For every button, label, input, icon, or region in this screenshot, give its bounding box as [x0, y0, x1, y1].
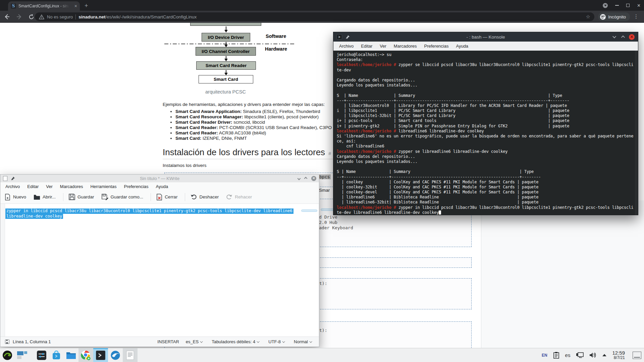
- dolphin-launcher[interactable]: [64, 348, 78, 362]
- tab-width-dropdown[interactable]: Tabuladores débiles: 4: [210, 339, 262, 344]
- terminal-output[interactable]: jericho@localhost:~> suContraseña:localh…: [333, 51, 638, 215]
- tab-search-icon[interactable]: [603, 3, 608, 8]
- diagram-sw-hw-divider: [164, 44, 296, 44]
- browser-menu-icon[interactable]: ⋮: [634, 13, 639, 19]
- browser-tab[interactable]: S SmartCardConfigLinux - sinad ×: [8, 1, 80, 11]
- not-secure-warning-icon: [39, 14, 44, 19]
- chevron-down-icon: [200, 340, 203, 343]
- undo-button[interactable]: Deshacer: [191, 194, 219, 200]
- kwrite-scrollbar-thumb[interactable]: [301, 209, 317, 212]
- encoding-dropdown[interactable]: UTF-8: [266, 339, 287, 344]
- task-kwrite[interactable]: [123, 348, 138, 362]
- save-as-button[interactable]: Guardar como...: [102, 194, 144, 200]
- menu-item[interactable]: Preferencias: [420, 44, 452, 49]
- highlight-mode-dropdown[interactable]: Normal: [292, 339, 314, 344]
- bookmark-star-icon[interactable]: ☆: [586, 14, 590, 20]
- display-network-icon[interactable]: [576, 352, 584, 359]
- keyboard-layout-indicator[interactable]: EN: [542, 353, 547, 358]
- menu-item[interactable]: Editar: [23, 184, 42, 189]
- menu-item[interactable]: Ayuda: [452, 44, 472, 49]
- discover-launcher[interactable]: [49, 348, 64, 362]
- kwrite-titlebar[interactable]: Sin título * — KWrite ✕: [0, 175, 319, 182]
- menu-item[interactable]: Ver: [376, 44, 390, 49]
- diagram-arrow: [226, 26, 226, 30]
- browser-minimize-button[interactable]: [615, 5, 619, 6]
- selected-text-line: zypper in libccid pcscd libacr38u libacr…: [5, 208, 293, 214]
- virtual-desktop-pager[interactable]: [15, 348, 30, 362]
- folder-icon: [66, 351, 76, 359]
- konsole-app-icon: >: [336, 34, 342, 40]
- taskbar-panel: EN es 12:59 8/7/21: [0, 348, 644, 362]
- list-item: Smart Card Reader: PCT-COMBI (SCR331 USB…: [175, 125, 357, 130]
- terminal-line: [337, 164, 638, 169]
- redo-button[interactable]: Rehacer: [226, 194, 252, 200]
- security-label: No es seguro: [47, 14, 73, 19]
- new-tab-button[interactable]: +: [85, 3, 88, 9]
- menu-item[interactable]: Ayuda: [152, 184, 172, 189]
- menu-item[interactable]: Herramientas: [87, 184, 120, 189]
- menu-item[interactable]: Archivo: [2, 184, 23, 189]
- kwrite-icon-border: [1, 204, 5, 337]
- menu-item[interactable]: Ver: [42, 184, 56, 189]
- code-fragment: t):: [319, 281, 327, 286]
- new-button[interactable]: Nuevo: [4, 194, 26, 200]
- digital-clock[interactable]: 12:59 8/7/21: [612, 351, 625, 360]
- chrome-icon: [81, 350, 91, 360]
- menu-item[interactable]: Marcadores: [56, 184, 87, 189]
- konsole-maximize-button[interactable]: [621, 36, 625, 39]
- opensuse-logo-icon: [2, 350, 12, 360]
- desktop: S SmartCardConfigLinux - sinad × + ✕: [0, 0, 644, 362]
- menu-item[interactable]: Editar: [357, 44, 376, 49]
- kwrite-toolbar: Nuevo Abrir... Guardar: [0, 190, 319, 204]
- save-as-icon: [102, 194, 108, 200]
- task-konsole[interactable]: [93, 348, 108, 362]
- thunderbird-icon: [110, 350, 120, 360]
- open-button[interactable]: Abrir...: [34, 194, 56, 200]
- terminal-line: i+ | pcsc-tools | Smart card tools | paq…: [337, 118, 638, 123]
- volume-icon[interactable]: [589, 352, 597, 358]
- menu-item[interactable]: Preferencias: [120, 184, 152, 189]
- terminal-line: ce, así:: [337, 139, 638, 144]
- menu-item[interactable]: Archivo: [335, 44, 357, 49]
- terminal-scrollbar[interactable]: [635, 51, 638, 215]
- browser-close-button[interactable]: ✕: [637, 3, 641, 8]
- application-launcher-button[interactable]: [0, 348, 15, 362]
- open-folder-icon: [34, 194, 40, 200]
- kwrite-maximize-button[interactable]: [304, 177, 308, 180]
- insert-mode-label[interactable]: INSERTAR: [157, 339, 179, 344]
- browser-restore-button[interactable]: [626, 4, 630, 7]
- kwrite-close-button[interactable]: ✕: [311, 176, 316, 181]
- kwrite-app-icon: [3, 176, 7, 181]
- intro-paragraph: Ejemplos de herramientas, aplicaciones y…: [163, 102, 325, 107]
- konsole-titlebar[interactable]: > - : bash — Konsole ✕: [333, 32, 638, 42]
- tab-title: SmartCardConfigLinux - sinad: [18, 4, 69, 8]
- diagram-box-smart-card-reader: Smart Card Reader: [196, 61, 256, 70]
- settings-launcher[interactable]: [34, 348, 49, 362]
- dictionary-dropdown[interactable]: es_ES: [184, 339, 205, 344]
- code-fragment: 2.0 Hub: [319, 220, 337, 225]
- heading-anchor-link[interactable]: #: [328, 151, 331, 156]
- terminal-cursor: [439, 210, 441, 215]
- forward-icon[interactable]: [14, 12, 24, 22]
- tray-expand-icon[interactable]: [602, 354, 606, 356]
- code-fragment: d Drive: [319, 215, 337, 220]
- task-chrome[interactable]: [78, 348, 93, 362]
- tab-close-icon[interactable]: ×: [74, 4, 77, 8]
- close-button[interactable]: Cerrar: [156, 194, 177, 200]
- konsole-close-button[interactable]: ✕: [629, 34, 635, 40]
- task-thunderbird[interactable]: [108, 348, 123, 362]
- selected-text-line: libreadline-dev coolkey: [5, 214, 63, 219]
- menu-item[interactable]: Marcadores: [390, 44, 421, 49]
- ibus-language-indicator[interactable]: es: [565, 352, 571, 358]
- back-icon[interactable]: [2, 12, 12, 22]
- clipboard-icon[interactable]: [553, 352, 559, 359]
- terminal-line: | coolkey | CoolKey and CAC PKCS #11 PKI…: [337, 180, 638, 185]
- show-desktop-button[interactable]: [633, 352, 641, 359]
- address-bar[interactable]: No es seguro sinadura.net/es/wik/-/wiki/…: [35, 12, 594, 21]
- terminal-line: localhost:/home/jericho # zypper se libc…: [337, 62, 638, 67]
- kwrite-minimize-button[interactable]: [298, 177, 301, 180]
- terminal-line: ---+--------------------+---------------…: [337, 98, 638, 103]
- save-button[interactable]: Guardar: [69, 194, 94, 200]
- kwrite-menubar: ArchivoEditarVerMarcadoresHerramientasPr…: [0, 182, 319, 190]
- kwrite-text-area[interactable]: zypper in libccid pcscd libacr38u libacr…: [1, 204, 319, 337]
